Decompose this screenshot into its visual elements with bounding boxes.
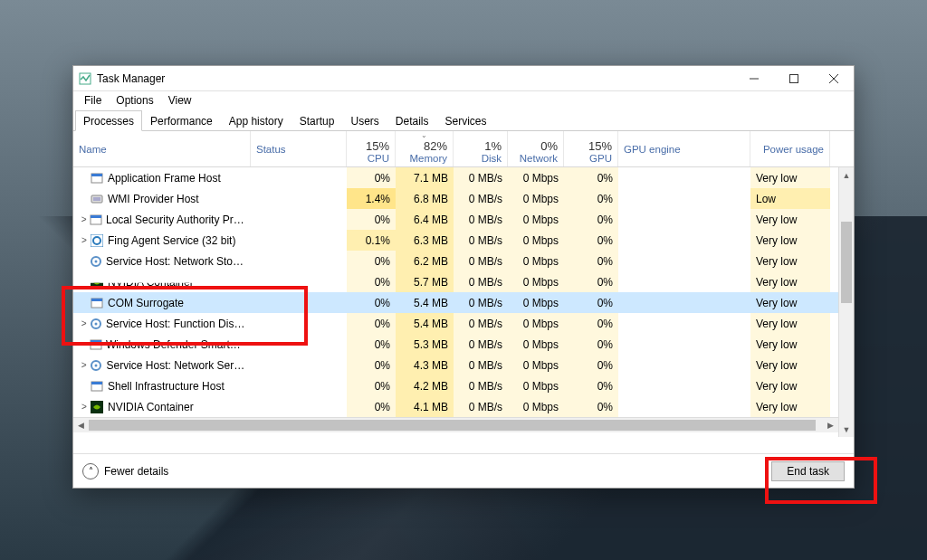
tabstrip: Processes Performance App history Startu… xyxy=(73,109,854,131)
memory-cell: 5.4 MB xyxy=(396,292,454,313)
col-gpu-engine[interactable]: GPU engine xyxy=(618,131,750,166)
col-power[interactable]: Power usage xyxy=(750,131,830,166)
gpu-cell: 0% xyxy=(564,209,618,230)
table-row[interactable]: >NVIDIA Container0%4.1 MB0 MB/s0 Mbps0%V… xyxy=(73,396,854,417)
cpu-cell: 0% xyxy=(347,209,396,230)
maximize-button[interactable] xyxy=(774,66,814,91)
process-name: Shell Infrastructure Host xyxy=(108,380,225,393)
status-cell xyxy=(251,209,347,230)
table-row[interactable]: Windows Defender SmartScreen0%5.3 MB0 MB… xyxy=(73,334,854,355)
status-cell xyxy=(251,334,347,355)
menu-options[interactable]: Options xyxy=(109,92,160,109)
fewer-details-label: Fewer details xyxy=(104,465,168,478)
status-cell xyxy=(251,292,347,313)
scroll-right-icon[interactable]: ▶ xyxy=(823,421,838,430)
app-icon xyxy=(79,72,91,85)
cpu-cell: 0% xyxy=(347,355,396,375)
table-row[interactable]: COM Surrogate0%5.4 MB0 MB/s0 Mbps0%Very … xyxy=(73,292,854,313)
expand-icon[interactable]: > xyxy=(79,235,90,245)
table-row[interactable]: >Fing Agent Service (32 bit)0.1%6.3 MB0 … xyxy=(73,230,854,251)
gpu-cell: 0% xyxy=(564,230,618,251)
tab-details[interactable]: Details xyxy=(387,110,437,131)
col-network[interactable]: 0%Network xyxy=(508,131,564,166)
network-cell: 0 Mbps xyxy=(508,188,564,209)
horizontal-scrollbar[interactable]: ◀ ▶ xyxy=(73,417,838,432)
process-name: NVIDIA Container xyxy=(108,401,194,413)
expand-icon[interactable]: > xyxy=(79,402,90,412)
scroll-thumb-v[interactable] xyxy=(841,222,852,303)
col-gpu[interactable]: 15%GPU xyxy=(564,131,618,166)
fewer-details-toggle[interactable]: ˄ Fewer details xyxy=(82,463,168,479)
process-name-cell: Windows Defender SmartScreen xyxy=(73,334,251,355)
menu-view[interactable]: View xyxy=(161,92,199,109)
process-name-cell: Application Frame Host xyxy=(73,167,251,188)
process-table: Name Status 15%CPU ⌄82%Memory 1%Disk 0%N… xyxy=(73,131,854,453)
footer: ˄ Fewer details End task xyxy=(73,453,854,488)
titlebar[interactable]: Task Manager xyxy=(73,66,854,91)
process-name: Local Security Authority Process... xyxy=(106,214,245,226)
col-name[interactable]: Name xyxy=(73,131,251,166)
scroll-up-icon[interactable]: ▲ xyxy=(839,167,854,183)
process-name-cell: COM Surrogate xyxy=(73,292,251,313)
process-name-cell: >Service Host: Network Service xyxy=(73,355,251,375)
scroll-down-icon[interactable]: ▼ xyxy=(839,422,854,437)
scroll-left-icon[interactable]: ◀ xyxy=(73,421,89,430)
table-row[interactable]: WMI Provider Host1.4%6.8 MB0 MB/s0 Mbps0… xyxy=(73,188,854,209)
gpu-engine-cell xyxy=(618,396,750,417)
tab-performance[interactable]: Performance xyxy=(142,110,221,131)
table-row[interactable]: Service Host: Network Store Inte...0%6.2… xyxy=(73,251,854,271)
tab-processes[interactable]: Processes xyxy=(75,110,142,131)
tab-app-history[interactable]: App history xyxy=(221,110,291,131)
end-task-button[interactable]: End task xyxy=(771,461,845,481)
gpu-cell: 0% xyxy=(564,375,618,396)
svg-point-23 xyxy=(94,364,97,366)
cpu-cell: 0% xyxy=(347,396,396,417)
expand-icon[interactable]: > xyxy=(79,214,89,224)
expand-icon[interactable]: > xyxy=(79,360,89,370)
close-button[interactable] xyxy=(814,66,854,91)
table-row[interactable]: >Local Security Authority Process...0%6.… xyxy=(73,209,854,230)
process-icon xyxy=(89,317,102,331)
tab-startup[interactable]: Startup xyxy=(291,110,343,131)
gpu-cell: 0% xyxy=(564,251,618,271)
minimize-button[interactable] xyxy=(734,66,774,91)
scroll-thumb-h[interactable] xyxy=(89,420,816,431)
power-cell: Very low xyxy=(750,251,830,271)
disk-cell: 0 MB/s xyxy=(454,313,508,334)
disk-cell: 0 MB/s xyxy=(454,396,508,417)
svg-point-19 xyxy=(94,322,97,325)
process-icon xyxy=(90,233,104,248)
table-row[interactable]: Shell Infrastructure Host0%4.2 MB0 MB/s0… xyxy=(73,375,854,396)
menu-file[interactable]: File xyxy=(77,92,109,109)
expand-icon[interactable]: > xyxy=(79,318,89,328)
col-memory[interactable]: ⌄82%Memory xyxy=(396,131,454,166)
table-row[interactable]: >Service Host: Function Discover...0%5.4… xyxy=(73,313,854,334)
gpu-cell: 0% xyxy=(564,271,618,292)
vertical-scrollbar[interactable]: ▲ ▼ xyxy=(838,167,854,437)
table-row[interactable]: Application Frame Host0%7.1 MB0 MB/s0 Mb… xyxy=(73,167,854,188)
memory-cell: 4.1 MB xyxy=(396,396,454,417)
sort-indicator-icon: ⌄ xyxy=(421,131,427,139)
process-name: Fing Agent Service (32 bit) xyxy=(108,234,235,247)
process-icon xyxy=(89,254,102,269)
process-name: Windows Defender SmartScreen xyxy=(106,338,245,351)
col-status[interactable]: Status xyxy=(251,131,347,166)
power-cell: Very low xyxy=(750,375,830,396)
col-cpu[interactable]: 15%CPU xyxy=(347,131,396,166)
tab-services[interactable]: Services xyxy=(437,110,495,131)
disk-cell: 0 MB/s xyxy=(454,188,508,209)
process-icon xyxy=(90,275,104,289)
disk-cell: 0 MB/s xyxy=(454,209,508,230)
process-icon xyxy=(89,337,102,352)
status-cell xyxy=(251,375,347,396)
power-cell: Very low xyxy=(750,313,830,334)
tab-users[interactable]: Users xyxy=(342,110,387,131)
status-cell xyxy=(251,188,347,209)
table-row[interactable]: >Service Host: Network Service0%4.3 MB0 … xyxy=(73,355,854,375)
gpu-cell: 0% xyxy=(564,396,618,417)
col-disk[interactable]: 1%Disk xyxy=(454,131,508,166)
gpu-engine-cell xyxy=(618,271,750,292)
table-row[interactable]: NVIDIA Container0%5.7 MB0 MB/s0 Mbps0%Ve… xyxy=(73,271,854,292)
status-cell xyxy=(251,251,347,271)
network-cell: 0 Mbps xyxy=(508,167,564,188)
